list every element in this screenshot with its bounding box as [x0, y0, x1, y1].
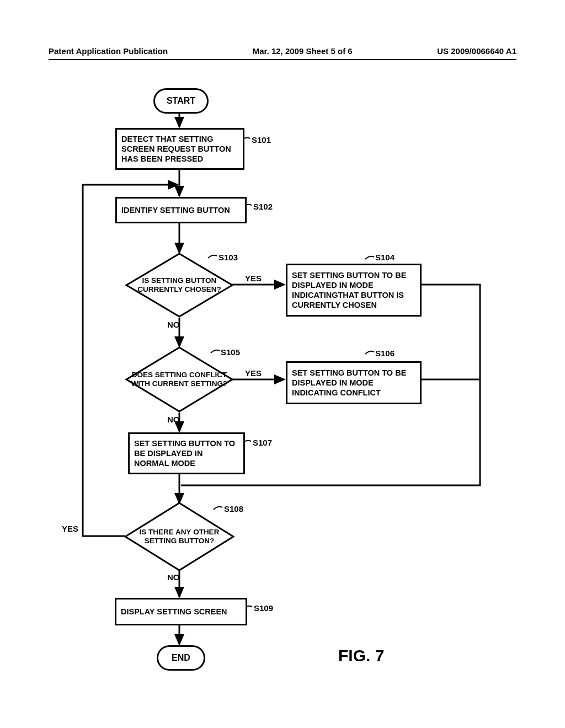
label-s101: S101 [252, 135, 271, 144]
s103-no: NO [167, 320, 180, 329]
step-s109: DISPLAY SETTING SCREEN [115, 598, 247, 625]
s105-no: NO [167, 415, 180, 424]
label-s108: S108 [224, 504, 243, 513]
step-s102: IDENTIFY SETTING BUTTON [115, 197, 247, 223]
page: Patent Application Publication Mar. 12, … [0, 0, 565, 728]
step-s107: SET SETTING BUTTON TO BE DISPLAYED IN NO… [128, 432, 245, 474]
label-s103: S103 [218, 253, 238, 262]
s105-yes: YES [245, 368, 262, 378]
label-s104: S104 [375, 253, 395, 262]
step-s101-text: DETECT THAT SETTING SCREEN REQUEST BUTTO… [121, 134, 238, 164]
end-label: END [172, 653, 190, 663]
step-s104: SET SETTING BUTTON TO BE DISPLAYED IN MO… [286, 264, 422, 317]
label-s102: S102 [253, 202, 273, 211]
header-right: US 2009/0066640 A1 [437, 46, 516, 56]
flow-connectors [0, 0, 565, 728]
page-header: Patent Application Publication Mar. 12, … [49, 46, 516, 60]
header-left: Patent Application Publication [49, 46, 168, 56]
step-s107-text: SET SETTING BUTTON TO BE DISPLAYED IN NO… [134, 438, 239, 468]
decision-s108: IS THERE ANY OTHER SETTING BUTTON? [124, 502, 234, 571]
decision-s103-text: IS SETTING BUTTON CURRENTLY CHOSEN? [125, 276, 233, 293]
start-terminator: START [153, 88, 209, 114]
label-s106: S106 [375, 349, 395, 358]
decision-s103: IS SETTING BUTTON CURRENTLY CHOSEN? [125, 253, 233, 318]
end-terminator: END [157, 645, 205, 671]
step-s101: DETECT THAT SETTING SCREEN REQUEST BUTTO… [115, 128, 244, 170]
step-s102-text: IDENTIFY SETTING BUTTON [121, 205, 230, 215]
figure-label: FIG. 7 [338, 646, 384, 665]
label-s105: S105 [221, 347, 240, 357]
decision-s105-text: DOES SETTING CONFLICT WITH CURRENT SETTI… [125, 371, 233, 388]
s103-yes: YES [245, 274, 262, 283]
s108-yes: YES [62, 524, 78, 533]
header-center: Mar. 12, 2009 Sheet 5 of 6 [253, 46, 353, 56]
step-s109-text: DISPLAY SETTING SCREEN [121, 607, 227, 617]
s108-no: NO [167, 572, 180, 582]
label-s107: S107 [253, 438, 272, 447]
label-s109: S109 [254, 603, 273, 613]
step-s106: SET SETTING BUTTON TO BE DISPLAYED IN MO… [286, 361, 422, 404]
step-s104-text: SET SETTING BUTTON TO BE DISPLAYED IN MO… [292, 270, 415, 311]
decision-s108-text: IS THERE ANY OTHER SETTING BUTTON? [124, 528, 234, 545]
step-s106-text: SET SETTING BUTTON TO BE DISPLAYED IN MO… [292, 368, 415, 398]
start-label: START [167, 96, 195, 106]
decision-s105: DOES SETTING CONFLICT WITH CURRENT SETTI… [125, 346, 233, 413]
